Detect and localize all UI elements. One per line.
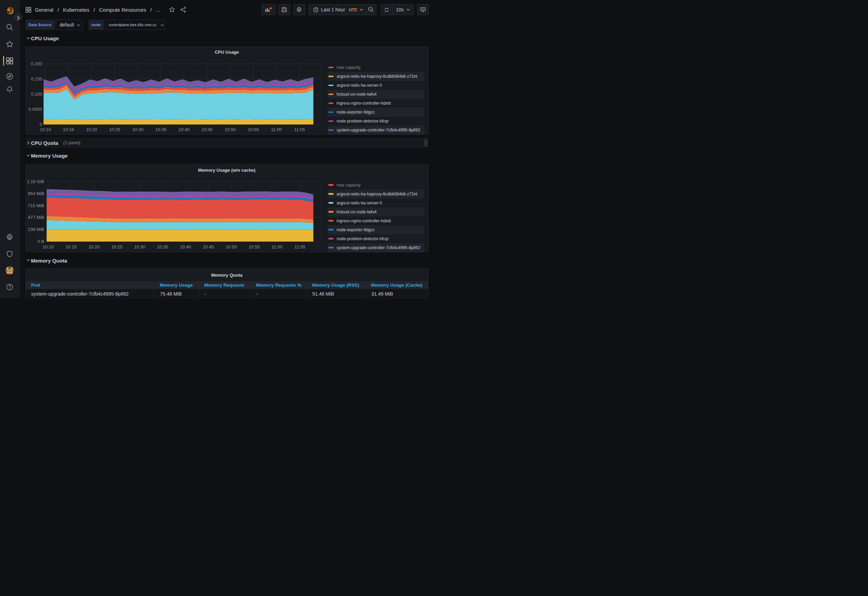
svg-text:10:50: 10:50 [226, 244, 237, 249]
svg-text:1.16 GiB: 1.16 GiB [27, 179, 44, 184]
svg-text:0.200: 0.200 [31, 61, 42, 66]
svg-text:11:00: 11:00 [272, 244, 283, 249]
svg-text:715 MiB: 715 MiB [28, 203, 44, 208]
svg-text:0 B: 0 B [37, 239, 44, 244]
svg-text:0.100: 0.100 [31, 91, 42, 96]
svg-text:10:40: 10:40 [178, 127, 190, 132]
svg-text:10:15: 10:15 [63, 127, 74, 132]
svg-text:11:00: 11:00 [271, 127, 282, 132]
svg-text:11:05: 11:05 [294, 244, 305, 249]
svg-text:10:25: 10:25 [109, 127, 121, 132]
svg-text:238 MiB: 238 MiB [28, 227, 44, 232]
svg-text:10:10: 10:10 [42, 244, 54, 249]
svg-text:10:30: 10:30 [134, 244, 145, 249]
svg-text:10:20: 10:20 [86, 127, 97, 132]
svg-text:0: 0 [40, 122, 42, 127]
svg-text:10:25: 10:25 [111, 244, 123, 249]
svg-text:10:35: 10:35 [155, 127, 167, 132]
svg-text:10:15: 10:15 [65, 244, 77, 249]
svg-text:0.150: 0.150 [31, 76, 42, 81]
svg-text:10:45: 10:45 [203, 244, 214, 249]
svg-text:10:55: 10:55 [248, 127, 259, 132]
svg-text:10:10: 10:10 [40, 127, 51, 132]
svg-text:10:30: 10:30 [132, 127, 143, 132]
svg-text:0.0500: 0.0500 [28, 106, 42, 112]
svg-text:10:50: 10:50 [224, 127, 236, 132]
svg-text:10:35: 10:35 [157, 244, 168, 249]
svg-text:477 MiB: 477 MiB [28, 215, 44, 220]
svg-text:954 MiB: 954 MiB [28, 191, 44, 196]
svg-text:10:20: 10:20 [88, 244, 99, 249]
svg-text:10:45: 10:45 [201, 127, 213, 132]
svg-text:10:40: 10:40 [180, 244, 191, 249]
svg-text:10:55: 10:55 [248, 244, 260, 249]
svg-text:11:05: 11:05 [294, 127, 305, 132]
